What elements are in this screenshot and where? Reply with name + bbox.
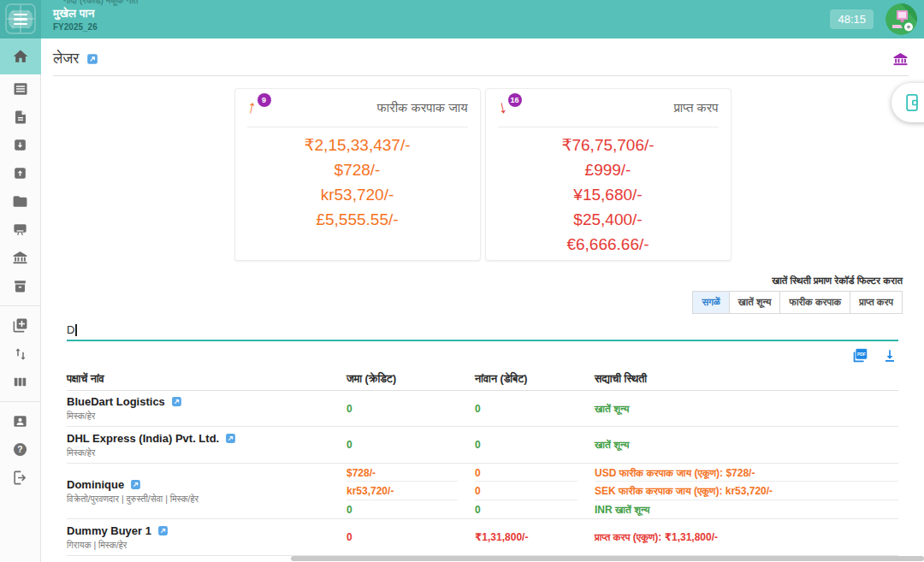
- receivable-count-badge: 16: [508, 93, 522, 107]
- pdf-icon: PDF: [850, 346, 869, 365]
- sidebar-item-home[interactable]: [0, 38, 41, 74]
- sidebar-item-columns[interactable]: [0, 368, 41, 396]
- sidebar-item-add-library[interactable]: [0, 311, 41, 340]
- filter-tab-receivable[interactable]: प्राप्त करप: [850, 291, 903, 314]
- filter-label: खातें स्थिती प्रमाण रेकॉर्ड फिल्टर करात: [772, 275, 903, 287]
- receivable-card-title: प्राप्त करप: [520, 98, 719, 115]
- toast-message: नोंदी (रेकॉर्ड) मेळूंक नात: [63, 0, 138, 6]
- sidebar-nav: ?: [0, 38, 41, 562]
- inbox-down-icon: [12, 137, 28, 153]
- columns-icon: [12, 374, 28, 390]
- avatar[interactable]: [886, 3, 917, 35]
- party-open-link[interactable]: [171, 396, 182, 407]
- credit-value: kr53,720/-: [346, 485, 411, 497]
- amount: $25,400/-: [498, 207, 719, 232]
- party-name[interactable]: Dummy Buyer 1: [67, 524, 151, 537]
- export-actions: PDF: [850, 346, 898, 365]
- status-value: USD फारीक करपाक जाय (एकूण): $728/-: [595, 467, 755, 479]
- search-value: D: [67, 323, 74, 336]
- sidebar-item-files[interactable]: [0, 187, 41, 216]
- sidebar-item-display[interactable]: [0, 216, 41, 244]
- filter-tab-all[interactable]: सगळें: [692, 291, 729, 314]
- sidebar-item-logout[interactable]: [0, 464, 41, 492]
- page-title: लेजर: [53, 50, 80, 68]
- table-row: DHL Express (India) Pvt. Ltd. मिस्क/हेर …: [67, 427, 898, 464]
- payable-card-title: फारीक करपाक जाय: [270, 98, 468, 115]
- debit-value: ₹1,31,800/-: [475, 531, 545, 543]
- status-value: INR खातें शून्य: [595, 504, 649, 516]
- bank-accounts-button[interactable]: [892, 51, 909, 68]
- logout-icon: [12, 470, 28, 486]
- top-app-bar: + + × − नोंदी (रेकॉर्ड) मेळूंक नात मुखेल…: [0, 0, 924, 38]
- party-open-link[interactable]: [157, 525, 169, 536]
- download-button[interactable]: [881, 347, 898, 364]
- home-icon: [12, 48, 29, 65]
- main-content: लेजर ↑ 9 फारीक करपाक जाय ₹2,15,33,437/- …: [41, 38, 924, 562]
- mobile-export-button[interactable]: [891, 83, 924, 122]
- col-status: सद्याची स्थिती: [595, 373, 898, 386]
- sidebar-divider: [0, 401, 41, 402]
- folder-icon: [12, 193, 28, 210]
- debit-value: 0: [475, 403, 498, 415]
- party-open-link[interactable]: [130, 479, 141, 490]
- card-divider: [498, 127, 719, 127]
- sidebar-item-help[interactable]: ?: [0, 435, 41, 464]
- amount: £5,555.55/-: [247, 207, 468, 232]
- open-in-new-icon: [86, 53, 98, 65]
- credit-value: 0: [346, 504, 370, 516]
- sidebar-item-archive[interactable]: [0, 272, 41, 300]
- sidebar-item-inbox[interactable]: [0, 131, 41, 159]
- sidebar-item-documents[interactable]: [0, 103, 41, 131]
- filter-tab-payable[interactable]: फारीक करपाक: [779, 291, 850, 314]
- amount: $728/-: [247, 157, 468, 182]
- summary-cards: ↑ 9 फारीक करपाक जाय ₹2,15,33,437/- $728/…: [41, 88, 924, 261]
- party-name[interactable]: Dominique: [67, 478, 124, 491]
- horizontal-scrollbar[interactable]: [291, 556, 924, 561]
- open-in-new-icon: [130, 479, 141, 490]
- up-arrow-icon: ↑: [245, 97, 258, 117]
- sidebar-item-contacts[interactable]: [0, 407, 41, 435]
- party-name[interactable]: DHL Express (India) Pvt. Ltd.: [67, 432, 219, 445]
- open-in-new-icon: [171, 396, 182, 407]
- card-divider: [247, 127, 468, 127]
- bank-icon: [892, 51, 909, 68]
- open-in-new-icon: [225, 433, 236, 444]
- party-tags: मिस्क/हेर: [67, 411, 346, 422]
- app-logo[interactable]: + + × −: [0, 0, 41, 38]
- export-pdf-button[interactable]: PDF: [850, 346, 869, 365]
- document-icon: [13, 109, 28, 126]
- payable-card: ↑ 9 फारीक करपाक जाय ₹2,15,33,437/- $728/…: [234, 88, 481, 261]
- session-timer: 48:15: [830, 9, 874, 29]
- sidebar-item-bank[interactable]: [0, 244, 41, 272]
- sidebar-item-outbox[interactable]: [0, 159, 41, 187]
- sidebar-item-records[interactable]: [0, 74, 41, 103]
- payable-arrow: ↑ 9: [247, 98, 270, 116]
- menu-icon[interactable]: [9, 10, 33, 28]
- mobile-export-icon: [903, 93, 921, 112]
- ledger-table: पक्षाचें नांव जमा (क्रेडिट) नांवान (डेबि…: [67, 369, 898, 556]
- credit-value: $728/-: [346, 467, 393, 479]
- credit-value: 0: [346, 439, 370, 451]
- filter-tab-zero[interactable]: खातें शून्य: [729, 291, 781, 314]
- table-row: Dummy Buyer 1 गिरायक | मिस्क/हेर 0 ₹1,31…: [67, 519, 898, 556]
- party-name[interactable]: BlueDart Logistics: [67, 395, 165, 408]
- credit-value: 0: [346, 403, 370, 415]
- sidebar-item-transfers[interactable]: [0, 340, 41, 368]
- page-header-title: मुखेल पान: [53, 7, 98, 21]
- payable-amounts: ₹2,15,33,437/- $728/- kr53,720/- £5,555.…: [247, 133, 468, 232]
- table-row: BlueDart Logistics मिस्क/हेर 0 0 खातें श…: [67, 391, 898, 427]
- search-input[interactable]: D: [67, 321, 898, 341]
- ledger-open-link[interactable]: [86, 53, 98, 65]
- debit-value: 0: [475, 504, 498, 516]
- archive-icon: [12, 278, 28, 294]
- col-debit: नांवान (डेबिट): [475, 373, 595, 386]
- amount: ₹76,75,706/-: [498, 133, 719, 157]
- download-icon: [881, 347, 898, 364]
- receivable-amounts: ₹76,75,706/- £999/- ¥15,680/- $25,400/- …: [498, 133, 719, 257]
- party-tags: विक्रेतो/पुरवणदार | दुरुस्ती/सेवा | मिस्…: [67, 494, 346, 505]
- party-open-link[interactable]: [225, 433, 236, 444]
- library-add-icon: [12, 317, 28, 334]
- sidebar-divider: [0, 305, 41, 306]
- table-header: पक्षाचें नांव जमा (क्रेडिट) नांवान (डेबि…: [67, 369, 898, 390]
- swap-vert-icon: [13, 346, 28, 362]
